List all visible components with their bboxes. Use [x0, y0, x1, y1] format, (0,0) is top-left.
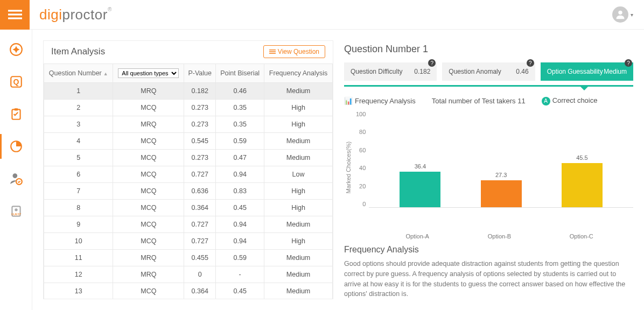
question-number-title: Question Number 1: [344, 40, 633, 62]
col-point-biserial[interactable]: Point Biserial: [216, 64, 264, 83]
svg-rect-1: [8, 13, 22, 15]
question-type-filter[interactable]: All question types: [118, 68, 179, 78]
frequency-section-title: Frequency Analysis: [344, 245, 633, 255]
table-row[interactable]: 3MRQ0.2730.35High: [44, 116, 333, 133]
correct-choice-badge: A: [542, 97, 550, 105]
svg-point-3: [618, 11, 622, 15]
question-card-icon: Q: [9, 75, 23, 89]
table-row[interactable]: 2MCQ0.2730.35High: [44, 100, 333, 116]
sidebar-nav: Q GUEST: [0, 30, 32, 310]
badge-icon: GUEST: [9, 204, 23, 218]
bar-chart-icon: 📊: [344, 97, 353, 105]
table-row[interactable]: 13MCQ0.3640.45Medium: [44, 283, 333, 299]
hamburger-icon: [8, 8, 22, 22]
menu-hamburger-button[interactable]: [0, 0, 30, 30]
table-row[interactable]: 1MRQ0.1820.46Medium: [44, 83, 333, 100]
svg-text:GUEST: GUEST: [11, 213, 21, 216]
item-analysis-table: Question Number▲ All question types P-Va…: [44, 64, 333, 299]
total-test-takers: Total number of Test takers 11: [432, 97, 526, 105]
table-row[interactable]: 7MCQ0.6360.83High: [44, 183, 333, 200]
sidebar-item-user[interactable]: [7, 170, 25, 188]
table-row[interactable]: 8MCQ0.3640.45High: [44, 200, 333, 216]
list-icon: [269, 48, 276, 55]
col-question-number[interactable]: Question Number▲: [44, 64, 113, 83]
selected-stat-indicator: [344, 85, 633, 87]
pie-chart-icon: [9, 139, 23, 153]
sidebar-item-guest[interactable]: GUEST: [7, 202, 25, 220]
correct-choice-label: ACorrect choice: [542, 96, 598, 105]
chart-bar: 36.4: [393, 163, 447, 207]
user-avatar-menu[interactable]: ▾: [612, 6, 633, 23]
y-axis-label: Marked Choices(%): [344, 111, 353, 224]
table-row[interactable]: 4MCQ0.5450.59Medium: [44, 133, 333, 150]
item-analysis-panel: Item Analysis View Question Question Num…: [43, 40, 333, 299]
table-row[interactable]: 9MCQ0.7270.94Medium: [44, 216, 333, 233]
stat-anomaly: Question Anomaly 0.46 ?: [442, 62, 535, 81]
table-row[interactable]: 5MCQ0.2730.47Medium: [44, 150, 333, 166]
col-frequency-analysis[interactable]: Frequency Analysis: [264, 64, 333, 83]
svg-point-13: [15, 208, 17, 211]
sidebar-item-piechart[interactable]: [7, 137, 25, 156]
frequency-section-body: Good options should provide adequate dis…: [344, 259, 633, 299]
stat-guessability: Option Guessability Medium ?: [541, 62, 633, 81]
svg-rect-8: [14, 108, 18, 110]
chart-bar: 27.3: [474, 172, 528, 207]
chevron-down-icon: ▾: [631, 12, 633, 18]
table-row[interactable]: 10MCQ0.7270.94High: [44, 233, 333, 250]
stat-difficulty: Question Difficulty 0.182 ?: [344, 62, 437, 81]
clipboard-check-icon: [9, 107, 23, 121]
svg-point-10: [12, 173, 17, 178]
svg-rect-0: [8, 10, 22, 11]
brand-logo: digiproctor®: [39, 6, 112, 23]
frequency-bar-chart: Marked Choices(%) 100806040200 36.427.34…: [344, 111, 633, 224]
svg-rect-16: [269, 51, 276, 52]
sidebar-item-questions[interactable]: Q: [7, 73, 25, 91]
avatar-icon: [612, 6, 628, 23]
svg-rect-15: [269, 50, 276, 51]
chart-bar: 45.5: [555, 154, 609, 207]
svg-rect-17: [269, 53, 276, 54]
col-p-value[interactable]: P-Value: [184, 64, 216, 83]
help-icon[interactable]: ?: [527, 59, 534, 67]
table-row[interactable]: 11MRQ0.4550.59Medium: [44, 250, 333, 266]
frequency-analysis-label: 📊Frequency Analysis: [344, 97, 416, 105]
question-detail-panel: Question Number 1 Question Difficulty 0.…: [344, 40, 633, 299]
help-icon[interactable]: ?: [625, 59, 632, 67]
item-analysis-title: Item Analysis: [51, 46, 105, 57]
table-row[interactable]: 6MCQ0.7270.94Low: [44, 166, 333, 183]
user-edit-icon: [9, 172, 23, 186]
table-row[interactable]: 12MRQ0-Medium: [44, 266, 333, 283]
view-question-button[interactable]: View Question: [263, 45, 325, 58]
compass-icon: [9, 43, 23, 57]
svg-rect-2: [8, 17, 22, 19]
sidebar-item-clipboard[interactable]: [7, 105, 25, 123]
help-icon[interactable]: ?: [428, 59, 436, 67]
svg-text:Q: Q: [13, 78, 19, 86]
col-question-type[interactable]: All question types: [113, 64, 184, 83]
sidebar-item-compass[interactable]: [7, 40, 25, 59]
